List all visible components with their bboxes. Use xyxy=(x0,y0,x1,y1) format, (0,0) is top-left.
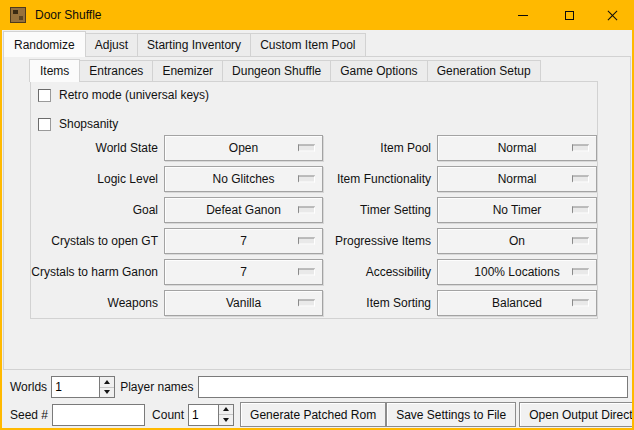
count-spinner-arrows xyxy=(218,405,233,425)
shopsanity-label: Shopsanity xyxy=(59,117,118,131)
settings-grid: World State Open Item Pool Normal Logic … xyxy=(32,135,597,316)
dropdown-indicator-icon xyxy=(298,238,315,245)
tab-items[interactable]: Items xyxy=(29,59,80,82)
dropdown-indicator-icon xyxy=(572,207,589,214)
tab-dungeon-shuffle[interactable]: Dungeon Shuffle xyxy=(222,60,331,81)
retro-mode-checkbox-row[interactable]: Retro mode (universal keys) xyxy=(38,88,597,102)
item-sorting-dropdown[interactable]: Balanced xyxy=(437,290,597,316)
randomize-tab-frame: Items Entrances Enemizer Dungeon Shuffle… xyxy=(3,56,631,370)
spin-down-button[interactable] xyxy=(219,415,233,425)
dropdown-indicator-icon xyxy=(572,176,589,183)
maximize-icon xyxy=(565,11,574,20)
progressive-items-dropdown[interactable]: On xyxy=(437,228,597,254)
tab-custom-item-pool[interactable]: Custom Item Pool xyxy=(250,33,365,56)
world-state-dropdown[interactable]: Open xyxy=(164,135,323,161)
tab-starting-inventory[interactable]: Starting Inventory xyxy=(137,33,251,56)
spin-down-button[interactable] xyxy=(100,388,114,398)
close-button[interactable] xyxy=(592,0,632,30)
items-tab-frame: Retro mode (universal keys) Shopsanity W… xyxy=(30,81,598,319)
shopsanity-checkbox[interactable] xyxy=(38,118,51,131)
seed-row: Seed # Count Generate Patched Rom Save S… xyxy=(10,402,628,427)
weapons-dropdown[interactable]: Vanilla xyxy=(164,290,323,316)
arrow-down-icon xyxy=(223,418,229,422)
timer-setting-label: Timer Setting xyxy=(329,197,431,223)
dropdown-indicator-icon xyxy=(298,145,315,152)
arrow-up-icon xyxy=(104,380,110,384)
arrow-up-icon xyxy=(223,407,229,411)
count-input[interactable] xyxy=(189,405,218,425)
dropdown-indicator-icon xyxy=(572,269,589,276)
logic-level-dropdown[interactable]: No Glitches xyxy=(164,166,323,192)
dropdown-indicator-icon xyxy=(298,207,315,214)
maximize-button[interactable] xyxy=(546,0,592,30)
arrow-down-icon xyxy=(104,390,110,394)
retro-mode-label: Retro mode (universal keys) xyxy=(59,88,209,102)
crystals-gt-dropdown[interactable]: 7 xyxy=(164,228,323,254)
outer-tab-bar: Randomize Adjust Starting Inventory Cust… xyxy=(2,30,632,56)
dropdown-indicator-icon xyxy=(572,238,589,245)
worlds-input[interactable] xyxy=(52,377,99,397)
goal-label: Goal xyxy=(32,197,158,223)
seed-input[interactable] xyxy=(52,404,145,426)
save-settings-button[interactable]: Save Settings to File xyxy=(386,402,516,427)
minimize-button[interactable] xyxy=(500,0,546,30)
seed-label: Seed # xyxy=(10,408,48,422)
inner-tab-bar: Items Entrances Enemizer Dungeon Shuffle… xyxy=(29,58,630,81)
worlds-spinner[interactable] xyxy=(51,376,115,398)
tab-game-options[interactable]: Game Options xyxy=(330,60,427,81)
item-sorting-label: Item Sorting xyxy=(329,290,431,316)
retro-mode-checkbox[interactable] xyxy=(38,89,51,102)
minimize-icon xyxy=(518,15,528,16)
crystals-ganon-label: Crystals to harm Ganon xyxy=(32,259,158,285)
logic-level-label: Logic Level xyxy=(32,166,158,192)
tab-randomize[interactable]: Randomize xyxy=(3,31,86,57)
tab-generation-setup[interactable]: Generation Setup xyxy=(427,60,541,81)
window-title: Door Shuffle xyxy=(35,8,102,22)
dropdown-indicator-icon xyxy=(298,176,315,183)
close-icon xyxy=(607,10,618,21)
player-names-label: Player names xyxy=(120,380,193,394)
tab-enemizer[interactable]: Enemizer xyxy=(152,60,223,81)
dropdown-indicator-icon xyxy=(572,300,589,307)
titlebar: Door Shuffle xyxy=(2,0,632,30)
item-functionality-label: Item Functionality xyxy=(329,166,431,192)
app-window: Door Shuffle Randomize Adjust Starting I… xyxy=(0,0,634,430)
door-icon xyxy=(10,7,26,23)
spin-up-button[interactable] xyxy=(100,377,114,388)
count-spinner[interactable] xyxy=(188,404,234,426)
open-output-directory-button[interactable]: Open Output Directory xyxy=(519,402,634,427)
accessibility-label: Accessibility xyxy=(329,259,431,285)
worlds-label: Worlds xyxy=(10,380,47,394)
tab-entrances[interactable]: Entrances xyxy=(79,60,153,81)
shopsanity-checkbox-row[interactable]: Shopsanity xyxy=(38,117,597,131)
accessibility-dropdown[interactable]: 100% Locations xyxy=(437,259,597,285)
crystals-ganon-dropdown[interactable]: 7 xyxy=(164,259,323,285)
item-pool-label: Item Pool xyxy=(329,135,431,161)
count-label: Count xyxy=(152,408,184,422)
player-names-input[interactable] xyxy=(198,376,629,398)
generate-patched-rom-button[interactable]: Generate Patched Rom xyxy=(240,402,386,427)
tab-adjust[interactable]: Adjust xyxy=(85,33,138,56)
goal-dropdown[interactable]: Defeat Ganon xyxy=(164,197,323,223)
crystals-gt-label: Crystals to open GT xyxy=(32,228,158,254)
item-functionality-dropdown[interactable]: Normal xyxy=(437,166,597,192)
progressive-items-label: Progressive Items xyxy=(329,228,431,254)
dropdown-indicator-icon xyxy=(572,145,589,152)
item-pool-dropdown[interactable]: Normal xyxy=(437,135,597,161)
world-state-label: World State xyxy=(32,135,158,161)
weapons-label: Weapons xyxy=(32,290,158,316)
spin-up-button[interactable] xyxy=(219,405,233,416)
worlds-spinner-arrows xyxy=(99,377,114,397)
timer-setting-dropdown[interactable]: No Timer xyxy=(437,197,597,223)
dropdown-indicator-icon xyxy=(298,300,315,307)
worlds-row: Worlds Player names xyxy=(10,376,628,398)
bottom-panel: Worlds Player names Seed # Count xyxy=(2,376,632,430)
dropdown-indicator-icon xyxy=(298,269,315,276)
window-controls xyxy=(500,0,632,30)
